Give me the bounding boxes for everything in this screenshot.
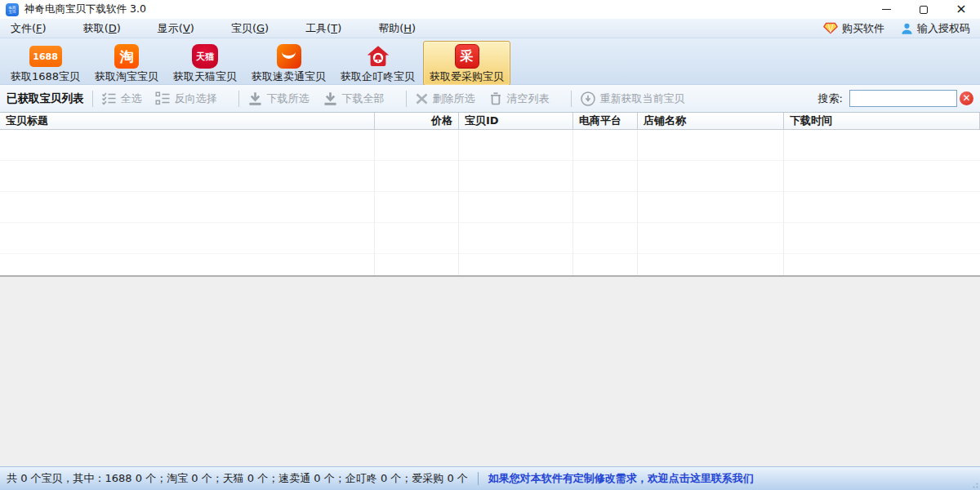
trash-icon: [488, 91, 503, 105]
icon-aicaigou: 采: [455, 44, 479, 69]
toolbar-button-1688[interactable]: 1688获取1688宝贝: [4, 41, 87, 86]
toolbar-separator: [406, 91, 407, 107]
clear-search-icon: ✕: [962, 93, 970, 103]
toolbar-button-taobao[interactable]: 淘获取淘宝宝贝: [88, 41, 165, 86]
window-title: 神奇电商宝贝下载软件 3.0: [24, 2, 146, 16]
app-logo-icon: 电商 宝贝: [6, 3, 19, 16]
download-icon: [323, 91, 338, 105]
table-header: 宝贝标题价格宝贝ID电商平台店铺名称下载时间: [0, 112, 980, 130]
column-header[interactable]: 店铺名称: [638, 113, 784, 129]
toolbar-button-label: 获取速卖通宝贝: [252, 70, 326, 83]
smile-glyph: [282, 51, 296, 59]
menu-item-g[interactable]: 宝贝(G): [224, 20, 276, 38]
icon-tmall: 天猫: [192, 44, 218, 69]
minimize-button[interactable]: [867, 0, 905, 19]
action-button-label: 删除所选: [433, 91, 475, 106]
clear-search-button[interactable]: ✕: [960, 91, 973, 105]
action-button-refresh[interactable]: 重新获取当前宝贝: [580, 91, 685, 107]
minimize-icon: [882, 9, 891, 11]
icon-aliexpress: [277, 44, 301, 69]
table-row: [0, 161, 980, 192]
action-button-trash[interactable]: 清空列表: [488, 91, 550, 106]
menu-item-d[interactable]: 获取(D): [76, 20, 128, 38]
download-icon: [247, 91, 263, 105]
table-body[interactable]: [0, 130, 980, 275]
status-bar: 共 0 个宝贝，其中：1688 0 个；淘宝 0 个；天猫 0 个；速卖通 0 …: [0, 466, 980, 490]
badge-text: 淘: [120, 50, 134, 64]
window-controls: ×: [867, 0, 980, 19]
search-label: 搜索:: [818, 91, 843, 106]
maximize-icon: [920, 6, 928, 14]
column-gridline: [572, 130, 573, 275]
search-zone: 搜索: ✕: [818, 90, 973, 107]
action-button-delete[interactable]: 删除所选: [415, 91, 475, 106]
action-button-select-all[interactable]: 全选: [101, 91, 142, 106]
action-button-label: 下载所选: [267, 91, 310, 106]
column-header[interactable]: 电商平台: [573, 113, 638, 129]
menu-bar-right: 购买软件输入授权码: [823, 21, 970, 36]
action-button-label: 下载全部: [342, 91, 385, 106]
main-toolbar: 1688获取1688宝贝淘获取淘宝宝贝天猫获取天猫宝贝获取速卖通宝贝获取企叮咚宝…: [0, 38, 980, 85]
toolbar-button-label: 获取1688宝贝: [11, 70, 80, 83]
table-row: [0, 130, 980, 161]
column-header[interactable]: 宝贝ID: [459, 113, 573, 129]
toolbar-separator: [571, 91, 572, 107]
search-input[interactable]: [849, 90, 957, 107]
icon-1688: 1688: [29, 46, 62, 67]
column-gridline: [374, 130, 375, 275]
resize-grip[interactable]: [970, 480, 978, 488]
invert-selection-icon: [155, 91, 171, 105]
delete-icon: [415, 92, 429, 105]
toolbar-button-aliexpress[interactable]: 获取速卖通宝贝: [245, 41, 332, 86]
action-buttons: 全选反向选择下载所选下载全部删除所选清空列表重新获取当前宝贝: [84, 91, 698, 107]
menu-item-v[interactable]: 显示(V): [150, 20, 202, 38]
table-row: [0, 254, 980, 275]
toolbar-button-tmall[interactable]: 天猫获取天猫宝贝: [167, 41, 243, 86]
contact-link[interactable]: 如果您对本软件有定制修改需求，欢迎点击这里联系我们: [488, 471, 754, 486]
toolbar-button-label: 获取企叮咚宝贝: [341, 70, 415, 83]
action-button-download[interactable]: 下载所选: [247, 91, 310, 106]
list-title: 已获取宝贝列表: [7, 91, 84, 106]
action-button-download[interactable]: 下载全部: [323, 91, 385, 106]
toolbar-button-label: 获取天猫宝贝: [173, 70, 237, 83]
menu-bar: 文件(F)获取(D)显示(V)宝贝(G)工具(T)帮助(H) 购买软件输入授权码: [0, 19, 980, 38]
menu-item-f[interactable]: 文件(F): [3, 20, 54, 38]
refresh-icon: [580, 91, 596, 107]
table-row: [0, 223, 980, 254]
toolbar-button-aicaigou[interactable]: 采获取爱采购宝贝: [423, 41, 510, 86]
column-header[interactable]: 宝贝标题: [0, 113, 375, 129]
table-row: [0, 192, 980, 223]
user-icon: [901, 22, 913, 35]
icon-qidingdong: [366, 44, 390, 69]
action-button-label: 反向选择: [175, 91, 217, 106]
menu-items: 文件(F)获取(D)显示(V)宝贝(G)工具(T)帮助(H): [3, 20, 445, 38]
toolbar-separator: [92, 91, 93, 107]
column-header[interactable]: 价格: [375, 113, 459, 129]
close-icon: ×: [956, 2, 966, 16]
action-button-label: 清空列表: [507, 91, 550, 106]
content-filler: [0, 275, 980, 466]
badge-text: 采: [461, 50, 474, 63]
column-gridline: [458, 130, 459, 275]
action-button-label: 重新获取当前宝贝: [600, 91, 685, 106]
status-summary: 共 0 个宝贝，其中：1688 0 个；淘宝 0 个；天猫 0 个；速卖通 0 …: [7, 471, 468, 486]
icon-taobao: 淘: [114, 44, 139, 69]
link-label: 输入授权码: [917, 21, 970, 36]
column-header[interactable]: 下载时间: [784, 113, 980, 129]
action-button-label: 全选: [121, 91, 142, 106]
badge-text: 1688: [33, 52, 58, 61]
status-separator: [478, 472, 479, 485]
buy-software-link[interactable]: 购买软件: [823, 21, 884, 36]
app-window: 电商 宝贝 神奇电商宝贝下载软件 3.0 × 文件(F)获取(D)显示(V)宝贝…: [0, 0, 980, 490]
column-gridline: [637, 130, 638, 275]
menu-item-h[interactable]: 帮助(H): [371, 20, 423, 38]
maximize-button[interactable]: [905, 0, 942, 19]
toolbar-button-qidingdong[interactable]: 获取企叮咚宝贝: [334, 41, 421, 86]
menu-item-t[interactable]: 工具(T): [298, 20, 349, 38]
action-button-invert-selection[interactable]: 反向选择: [155, 91, 217, 106]
app-logo-line2: 宝贝: [9, 10, 16, 14]
action-bar: 已获取宝贝列表 全选反向选择下载所选下载全部删除所选清空列表重新获取当前宝贝 搜…: [0, 85, 980, 112]
close-button[interactable]: ×: [942, 0, 980, 19]
toolbar-separator: [238, 91, 239, 107]
enter-license-link[interactable]: 输入授权码: [901, 21, 970, 36]
